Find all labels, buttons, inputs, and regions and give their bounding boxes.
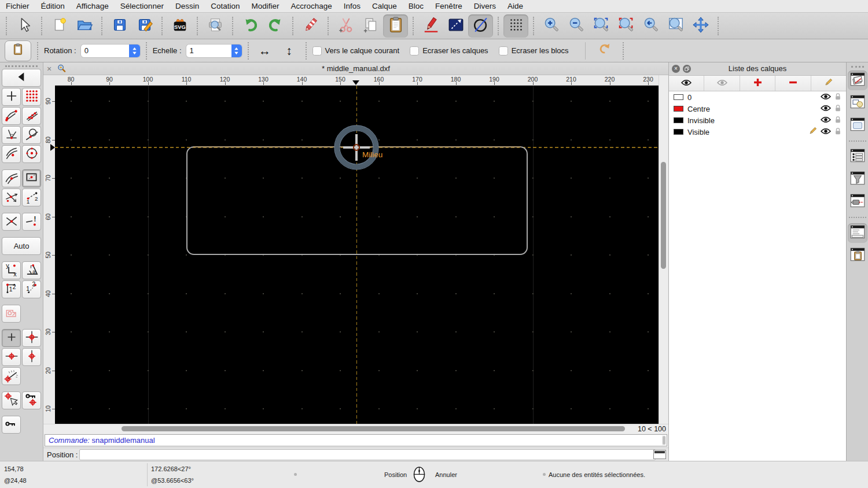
menu-fichier[interactable]: Fichier [0,2,35,10]
line-tool-button[interactable] [443,14,468,38]
rotation-input[interactable]: 0 [81,45,140,57]
snap-angle-button[interactable] [2,367,21,385]
pen-attributes-button[interactable] [418,14,443,38]
dock-block-list[interactable] [848,93,867,113]
menu-cotation[interactable]: Cotation [205,2,245,10]
snap-intersection-button[interactable] [2,213,21,231]
menu-fenetre[interactable]: Fenêtre [429,2,468,10]
edit-layer-button[interactable] [811,76,846,91]
stepper-icon[interactable] [129,45,140,57]
menu-infos[interactable]: Infos [338,2,366,10]
layer-lock-icon[interactable] [834,127,841,137]
auto-zoom-button[interactable] [589,14,613,38]
cursor-tool-button[interactable] [12,14,36,38]
dock-drag-handle[interactable] [851,66,864,68]
flip-horizontal-button[interactable]: ↔ [255,41,275,61]
snap-grid-button[interactable] [22,88,41,106]
checkbox-ecraser-les-calques[interactable]: Ecraser les calques [410,46,488,56]
dock-command-tool[interactable] [848,192,867,212]
dock-clipboard-panel[interactable] [848,246,867,265]
dock-command-history[interactable] [848,223,867,243]
drawing-canvas[interactable]: Milieu [55,86,659,424]
save-as-button[interactable] [132,14,157,38]
checkbox-vers-le-calque-courant[interactable]: Vers le calque courant [312,46,400,56]
menu-modifier[interactable]: Modifier [245,2,285,10]
snap-endpoints-button[interactable] [2,107,21,125]
dock-library-browser[interactable] [848,116,867,135]
layer-lock-icon[interactable] [834,104,841,114]
zoom-selection-button[interactable] [613,14,638,38]
position-input[interactable] [79,449,656,460]
menu-aide[interactable]: Aide [502,2,529,10]
coordinate-polar-button[interactable]: ra [22,261,41,279]
hide-all-layers-button[interactable] [704,76,740,91]
snap-intersection-auto-button[interactable] [2,188,21,206]
save-button[interactable] [107,14,132,38]
layer-lock-icon[interactable] [834,116,841,125]
grid-toggle-button[interactable] [503,14,528,38]
restrict-special-button[interactable] [2,305,21,323]
remove-layer-button[interactable] [775,76,811,91]
previous-view-button[interactable] [638,14,663,38]
command-history[interactable]: Commande: snapmiddlemanual [45,434,667,446]
layer-lock-icon[interactable] [834,93,841,102]
menu-affichage[interactable]: Affichage [71,2,115,10]
add-layer-button[interactable] [740,76,775,91]
menu-divers[interactable]: Divers [468,2,502,10]
paste-options-button[interactable] [5,40,31,61]
show-all-layers-button[interactable] [669,76,704,91]
checkbox-icon[interactable] [499,46,508,56]
menu-edition[interactable]: Édition [35,2,71,10]
reset-action-button[interactable] [591,41,617,61]
scrollbar-thumb[interactable] [661,162,666,269]
relative-zero-button[interactable] [2,416,21,434]
checkbox-icon[interactable] [312,46,322,56]
command-window-button[interactable] [653,450,666,459]
snap-reference-button[interactable] [22,169,41,187]
undo-button[interactable] [238,14,263,38]
coordinate-cartesian-button[interactable]: yx [2,261,21,279]
scale-input[interactable]: 1 [186,45,242,57]
zoom-window-button[interactable] [663,14,688,38]
coordinate-relative-button[interactable]: 12 [2,280,21,298]
layer-visibility-icon[interactable] [821,128,831,136]
snap-intersection-manual-button[interactable]: ! [22,213,41,231]
layer-visibility-icon[interactable] [821,93,831,102]
delete-button[interactable] [298,14,323,38]
snap-center-button[interactable] [2,145,21,163]
layer-visibility-icon[interactable] [821,105,831,113]
zoom-out-button[interactable] [564,14,589,38]
snap-auto-button[interactable]: Auto [2,237,41,255]
lock-relative-zero-button[interactable] [22,391,41,409]
set-relative-zero-button[interactable] [2,391,21,409]
pan-button[interactable] [688,14,713,38]
layer-row-invisible[interactable]: Invisible [669,114,846,126]
restrict-orthogonal-button[interactable] [22,329,41,347]
menu-bloc[interactable]: Bloc [403,2,429,10]
scrollbar-thumb[interactable] [663,436,665,445]
snap-on-entity-button[interactable] [22,107,41,125]
checkbox-ecraser-les-blocs[interactable]: Ecraser les blocs [499,46,569,56]
layer-row-0[interactable]: 0 [669,91,846,103]
snap-tangential-button[interactable] [22,126,41,144]
restrict-off-button[interactable] [2,329,21,347]
coordinate-absolute-button[interactable]: 12 [22,280,41,298]
horizontal-scrollbar[interactable] [43,424,625,434]
menu-accrochage[interactable]: Accrochage [285,2,337,10]
restrict-vertical-button[interactable] [22,348,41,366]
new-document-button[interactable] [47,14,72,38]
stepper-icon[interactable] [231,45,242,57]
snap-perpendicular-button[interactable] [2,126,21,144]
open-document-button[interactable] [72,14,97,38]
vertical-scrollbar[interactable] [659,75,668,424]
zoom-in-button[interactable] [539,14,564,38]
dock-layer-list[interactable] [848,71,867,90]
scrollbar-thumb[interactable] [122,426,625,431]
snap-distance-points-button[interactable]: 12 [22,188,41,206]
dock-selection-filter[interactable] [848,169,867,189]
menu-selectionner[interactable]: Sélectionner [115,2,170,10]
command-scrollbar[interactable] [662,435,666,445]
checkbox-icon[interactable] [410,46,419,56]
circle-tool-button[interactable] [468,14,493,38]
snap-middle-button[interactable] [2,169,21,187]
